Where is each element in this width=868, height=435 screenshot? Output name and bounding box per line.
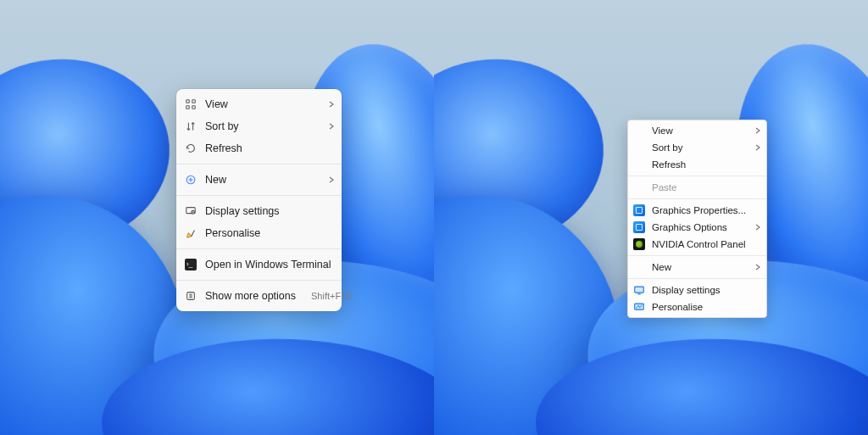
svg-rect-2 [186,106,190,109]
menu-item-open-terminal[interactable]: ›_ Open in Windows Terminal [176,254,342,276]
menu-item-label: New [652,262,748,272]
blank-icon [633,159,645,170]
monitor-icon [185,205,197,217]
desktop-left[interactable]: View Sort by [0,0,434,435]
more-icon [185,290,197,302]
desktop-right[interactable]: View Sort by Refresh Paste [434,0,868,435]
menu-item-display-settings[interactable]: Display settings [176,200,342,222]
intel-icon [633,221,645,233]
context-menu-win11: View Sort by [176,89,342,311]
blank-icon [633,142,645,153]
menu-item-label: Graphics Options [652,222,748,232]
menu-item-personalise[interactable]: Personalise [628,298,766,315]
menu-separator [628,255,766,256]
menu-item-label: Graphics Properties... [652,205,761,215]
menu-separator [176,195,342,196]
chevron-right-icon [754,263,761,272]
menu-item-sort-by[interactable]: Sort by [628,139,766,156]
menu-item-refresh[interactable]: Refresh [628,156,766,173]
menu-item-label: Open in Windows Terminal [205,259,335,270]
menu-item-paste: Paste [628,179,766,196]
menu-item-label: View [652,125,748,136]
menu-item-graphics-options[interactable]: Graphics Options [628,219,766,236]
menu-item-label: Refresh [205,142,335,154]
svg-rect-3 [192,106,196,109]
svg-rect-1 [192,100,196,103]
menu-item-label: NVIDIA Control Panel [652,239,761,249]
chevron-right-icon [754,223,761,232]
menu-item-label: View [205,98,320,110]
plus-circle-icon [185,174,197,186]
menu-item-view[interactable]: View [628,122,766,139]
menu-separator [628,176,766,176]
menu-item-label: Display settings [652,285,761,295]
svg-rect-8 [635,287,644,293]
menu-item-label: New [205,174,320,186]
menu-item-label: Refresh [652,159,761,170]
paint-icon [185,227,197,239]
menu-separator [176,164,342,165]
menu-item-label: Personalise [652,302,761,312]
menu-item-label: Sort by [652,142,748,153]
blank-icon [633,181,645,193]
menu-item-label: Sort by [205,120,320,132]
context-menu-classic: View Sort by Refresh Paste [627,120,767,318]
chevron-right-icon [754,143,761,153]
menu-separator [176,248,342,249]
menu-item-shortcut: Shift+F10 [304,291,351,301]
menu-item-new[interactable]: New [176,169,342,191]
chevron-right-icon [754,126,761,136]
menu-item-display-settings[interactable]: Display settings [628,282,766,298]
menu-item-label: Personalise [205,227,335,239]
menu-item-graphics-properties[interactable]: Graphics Properties... [628,202,766,219]
intel-icon [633,204,645,216]
menu-item-new[interactable]: New [628,259,766,276]
menu-item-sort-by[interactable]: Sort by [176,115,342,137]
menu-item-label: Paste [652,182,761,192]
terminal-icon: ›_ [185,259,197,270]
menu-separator [628,278,766,279]
refresh-icon [185,142,197,154]
chevron-right-icon [328,100,335,109]
nvidia-icon [633,238,645,250]
menu-item-label: Show more options [205,290,296,302]
chevron-right-icon [328,176,335,185]
blank-icon [633,261,645,273]
menu-item-show-more-options[interactable]: Show more options Shift+F10 [176,285,342,307]
grid-icon [185,98,197,110]
menu-separator [628,198,766,199]
blank-icon [633,125,645,137]
menu-item-view[interactable]: View [176,93,342,115]
menu-item-personalise[interactable]: Personalise [176,222,342,244]
menu-item-label: Display settings [205,205,335,217]
chevron-right-icon [328,122,335,131]
sort-icon [185,120,197,132]
display-settings-icon [633,284,645,296]
menu-item-refresh[interactable]: Refresh [176,137,342,159]
personalise-icon [633,301,645,313]
side-by-side-comparison: View Sort by [0,0,868,435]
menu-item-nvidia-control-panel[interactable]: NVIDIA Control Panel [628,236,766,253]
svg-rect-0 [186,100,190,103]
menu-separator [176,280,342,281]
